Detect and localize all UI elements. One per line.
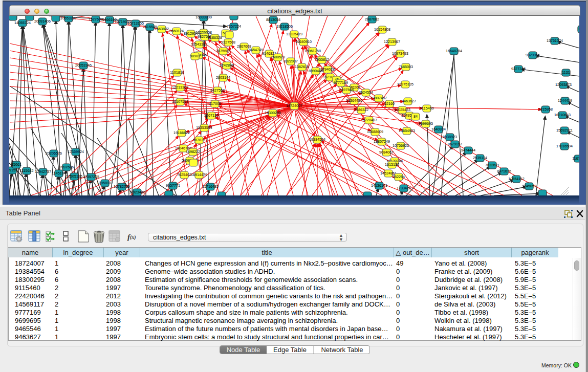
svg-text:7632621: 7632621 [485,163,499,167]
svg-text:8454749: 8454749 [249,48,263,52]
svg-text:17016504: 17016504 [556,144,573,148]
svg-text:12213967: 12213967 [384,39,400,44]
svg-text:8186328: 8186328 [208,35,222,40]
svg-text:9777169: 9777169 [334,80,348,85]
svg-text:39159: 39159 [9,168,17,172]
svg-text:8660124: 8660124 [169,29,184,33]
svg-text:16713155: 16713155 [127,21,144,26]
svg-text:16914479: 16914479 [191,172,207,177]
svg-text:7625402: 7625402 [177,172,191,177]
svg-text:14055724: 14055724 [14,20,31,25]
svg-text:1131: 1131 [562,70,570,75]
svg-text:19463627: 19463627 [400,99,416,103]
svg-text:11353594: 11353594 [196,125,212,130]
svg-text:9474444: 9474444 [461,148,475,152]
svg-text:3875685: 3875685 [216,49,230,53]
svg-text:18807249: 18807249 [374,139,390,144]
svg-text:15751074: 15751074 [547,38,563,43]
svg-text:10756923: 10756923 [393,143,409,148]
svg-text:13325419: 13325419 [286,32,302,36]
svg-text:1588520: 1588520 [271,55,285,59]
svg-text:19166822: 19166822 [173,130,190,135]
svg-text:1498222: 1498222 [186,149,200,154]
svg-text:10025433: 10025433 [394,107,410,112]
svg-text:8938923: 8938923 [443,135,457,139]
svg-text:8679197: 8679197 [448,142,462,146]
svg-text:20206576: 20206576 [46,151,62,156]
svg-text:10653287: 10653287 [60,16,77,20]
svg-text:18300295: 18300295 [265,111,281,115]
svg-text:16782759: 16782759 [114,184,130,189]
svg-text:16961758: 16961758 [304,49,321,53]
svg-text:9242848: 9242848 [220,63,234,68]
svg-text:35061: 35061 [11,162,21,167]
svg-text:9329966: 9329966 [526,53,540,57]
svg-text:1115682: 1115682 [20,168,34,173]
svg-text:16210643: 16210643 [554,113,571,117]
svg-text:9327508: 9327508 [221,40,235,45]
svg-text:(x): (x) [130,234,136,240]
svg-text:2803144: 2803144 [216,75,230,80]
svg-text:7663822: 7663822 [155,27,169,31]
svg-text:15720407: 15720407 [361,118,377,122]
svg-text:9699695: 9699695 [419,121,433,126]
svg-text:16107553: 16107553 [172,99,188,104]
svg-text:12942737: 12942737 [35,169,51,174]
svg-text:8427552: 8427552 [210,88,225,93]
svg-text:1362615: 1362615 [295,64,309,69]
svg-text:62160: 62160 [384,101,395,106]
svg-text:12975135: 12975135 [397,82,413,86]
svg-text:84: 84 [413,114,418,119]
svg-text:1244419: 1244419 [558,98,572,103]
svg-text:2935114: 2935114 [473,156,487,160]
svg-text:17359924: 17359924 [68,149,84,154]
svg-text:417006: 417006 [209,101,221,106]
svg-text:1615132: 1615132 [385,162,399,167]
svg-text:10807487: 10807487 [371,96,387,100]
svg-text:8813054: 8813054 [266,17,280,22]
svg-text:1527602: 1527602 [89,17,103,21]
svg-text:12093873: 12093873 [555,82,572,87]
svg-text:9245052: 9245052 [522,184,536,188]
svg-text:21364436: 21364436 [346,98,362,103]
svg-text:9115460: 9115460 [420,106,433,111]
svg-text:14136141: 14136141 [371,183,387,188]
svg-text:3624554: 3624554 [359,90,373,95]
svg-text:9227343: 9227343 [511,67,526,71]
svg-text:12213369: 12213369 [172,85,188,90]
svg-text:6497568: 6497568 [339,87,354,92]
svg-text:19218506: 19218506 [276,24,293,29]
svg-text:8322037: 8322037 [284,59,298,63]
svg-text:1117: 1117 [578,27,579,31]
svg-text:3215958: 3215958 [538,107,553,112]
svg-text:16648784: 16648784 [446,49,462,53]
svg-text:252254: 252254 [393,174,405,179]
svg-text:10688609: 10688609 [367,129,383,134]
svg-text:116753: 116753 [572,156,579,161]
svg-text:10973493: 10973493 [392,51,408,56]
svg-text:9794028: 9794028 [320,67,335,72]
svg-text:7357224: 7357224 [227,24,241,29]
svg-text:587833: 587833 [193,138,205,142]
svg-text:7485003: 7485003 [399,64,413,69]
svg-text:19384554: 19384554 [309,137,325,142]
svg-text:7986322: 7986322 [354,107,368,112]
svg-text:10958107: 10958107 [97,181,113,185]
svg-text:11923446: 11923446 [129,190,145,194]
svg-text:1640934: 1640934 [431,127,446,132]
svg-text:9084067: 9084067 [379,150,394,155]
svg-text:3267130: 3267130 [204,113,219,118]
svg-text:8471676: 8471676 [497,169,511,173]
svg-text:98901: 98901 [190,54,200,58]
svg-text:12505135: 12505135 [66,174,82,179]
svg-text:1101816: 1101816 [170,70,184,75]
svg-text:18724007: 18724007 [286,103,302,108]
svg-text:10543382: 10543382 [191,42,207,47]
svg-text:13654923: 13654923 [399,128,415,133]
svg-text:1145194: 1145194 [52,171,66,176]
svg-text:16154808: 16154808 [374,27,390,32]
svg-text:15692971: 15692971 [556,128,573,133]
svg-text:7955812: 7955812 [315,57,329,62]
svg-text:10654112: 10654112 [508,177,524,181]
svg-text:15716485: 15716485 [202,184,219,189]
